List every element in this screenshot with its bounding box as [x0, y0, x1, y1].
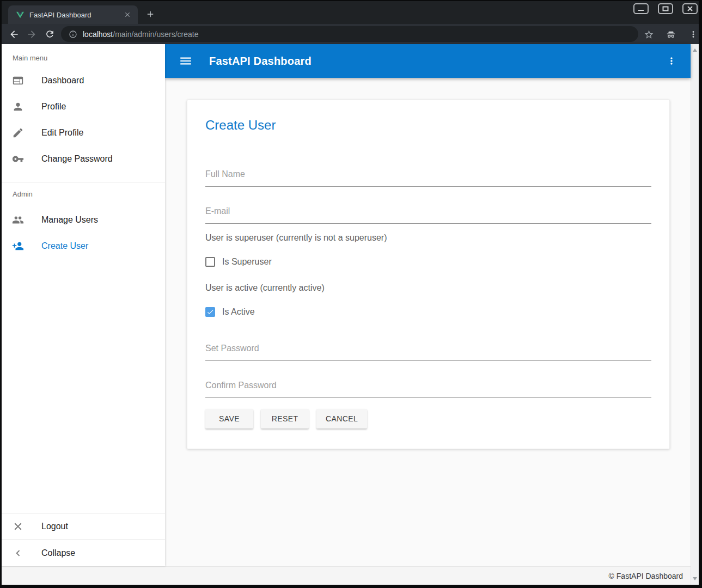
- sidebar-item-profile[interactable]: Profile: [2, 94, 165, 120]
- vue-logo-icon: [16, 10, 25, 19]
- url-path: /main/admin/users/create: [113, 30, 198, 39]
- sidebar-item-collapse[interactable]: Collapse: [2, 540, 165, 566]
- pencil-icon: [12, 127, 24, 139]
- scrollbar-down-arrow-icon[interactable]: [693, 577, 697, 580]
- scrollbar-up-arrow-icon[interactable]: [693, 48, 697, 52]
- sidebar-item-logout[interactable]: Logout: [2, 513, 165, 540]
- is-superuser-checkbox[interactable]: Is Superuser: [205, 255, 651, 268]
- set-password-input[interactable]: [205, 342, 651, 355]
- set-password-field-wrapper: [205, 342, 651, 361]
- page-title: Create User: [205, 117, 651, 134]
- sidebar-item-label: Profile: [41, 102, 66, 112]
- sidebar-item-create-user[interactable]: Create User: [2, 233, 165, 259]
- sidebar-item-label: Collapse: [41, 548, 75, 558]
- form-actions: SAVE RESET CANCEL: [205, 409, 651, 428]
- browser-tabstrip: FastAPI Dashboard: [2, 1, 699, 24]
- app-title: FastAPI Dashboard: [209, 55, 312, 68]
- forward-icon[interactable]: [23, 26, 40, 42]
- save-button[interactable]: SAVE: [205, 409, 253, 428]
- people-icon: [12, 214, 24, 226]
- new-tab-button[interactable]: [142, 6, 158, 22]
- tab-close-icon[interactable]: [123, 10, 132, 20]
- checkbox-label: Is Active: [222, 307, 255, 317]
- browser-window: FastAPI Dashboard: [0, 0, 702, 588]
- address-bar[interactable]: localhost/main/admin/users/create: [61, 26, 638, 42]
- sidebar-item-label: Dashboard: [41, 76, 84, 85]
- sidebar-section-main-menu: Main menu: [2, 44, 165, 68]
- chevron-left-icon: [12, 547, 24, 559]
- app-toolbar: FastAPI Dashboard: [165, 44, 691, 78]
- reload-icon[interactable]: [41, 26, 58, 42]
- sidebar-item-manage-users[interactable]: Manage Users: [2, 207, 165, 233]
- app-menu-kebab-icon[interactable]: [664, 54, 679, 68]
- bookmark-star-icon[interactable]: [640, 26, 657, 42]
- sidebar-spacer: [2, 259, 165, 513]
- sidebar-section-admin: Admin: [2, 182, 165, 207]
- active-hint: User is active (currently active): [205, 281, 651, 295]
- full-name-field-wrapper: [205, 168, 651, 187]
- url-text: localhost/main/admin/users/create: [83, 30, 198, 39]
- reset-button[interactable]: RESET: [261, 409, 309, 428]
- copyright-text: © FastAPI Dashboard: [609, 572, 683, 580]
- main-area: FastAPI Dashboard Create User User is su…: [165, 44, 691, 566]
- tab-title: FastAPI Dashboard: [29, 11, 123, 19]
- page-footer: © FastAPI Dashboard: [2, 566, 691, 585]
- full-name-input[interactable]: [205, 168, 651, 181]
- browser-toolbar: localhost/main/admin/users/create: [2, 24, 699, 44]
- confirm-password-input[interactable]: [205, 379, 651, 392]
- checkbox-label: Is Superuser: [222, 257, 272, 267]
- sidebar-item-label: Manage Users: [41, 215, 98, 225]
- confirm-password-field-wrapper: [205, 379, 651, 398]
- page-viewport: Main menu Dashboard Profile: [2, 44, 699, 585]
- person-add-icon: [12, 240, 24, 252]
- is-active-checkbox[interactable]: Is Active: [205, 305, 651, 318]
- sidebar-item-label: Change Password: [41, 154, 113, 164]
- hamburger-menu-icon[interactable]: [178, 53, 193, 69]
- sidebar: Main menu Dashboard Profile: [2, 44, 165, 566]
- web-icon: [12, 75, 24, 87]
- vertical-scrollbar[interactable]: [691, 44, 699, 585]
- sidebar-item-edit-profile[interactable]: Edit Profile: [2, 120, 165, 146]
- superuser-hint: User is superuser (currently is not a su…: [205, 231, 651, 244]
- sidebar-item-label: Create User: [41, 241, 88, 251]
- close-icon: [12, 520, 24, 532]
- sidebar-item-label: Logout: [41, 522, 68, 531]
- site-info-icon[interactable]: [69, 30, 77, 39]
- window-minimize-button[interactable]: [633, 3, 649, 14]
- checkbox-checked-icon[interactable]: [205, 307, 215, 317]
- back-icon[interactable]: [6, 26, 22, 42]
- email-field-wrapper: [205, 205, 651, 224]
- sidebar-item-dashboard[interactable]: Dashboard: [2, 68, 165, 94]
- email-input[interactable]: [205, 205, 651, 218]
- browser-tab[interactable]: FastAPI Dashboard: [8, 5, 138, 24]
- incognito-icon: [663, 26, 679, 42]
- key-icon: [12, 153, 24, 165]
- url-host: localhost: [83, 30, 113, 39]
- person-icon: [12, 101, 24, 113]
- sidebar-item-change-password[interactable]: Change Password: [2, 146, 165, 172]
- sidebar-item-label: Edit Profile: [41, 128, 83, 138]
- window-close-button[interactable]: [682, 3, 698, 14]
- window-maximize-button[interactable]: [658, 3, 673, 14]
- cancel-button[interactable]: CANCEL: [316, 409, 367, 428]
- checkbox-unchecked-icon[interactable]: [205, 257, 215, 267]
- browser-menu-icon[interactable]: [685, 26, 701, 42]
- create-user-card: Create User User is superuser (currently…: [187, 100, 670, 449]
